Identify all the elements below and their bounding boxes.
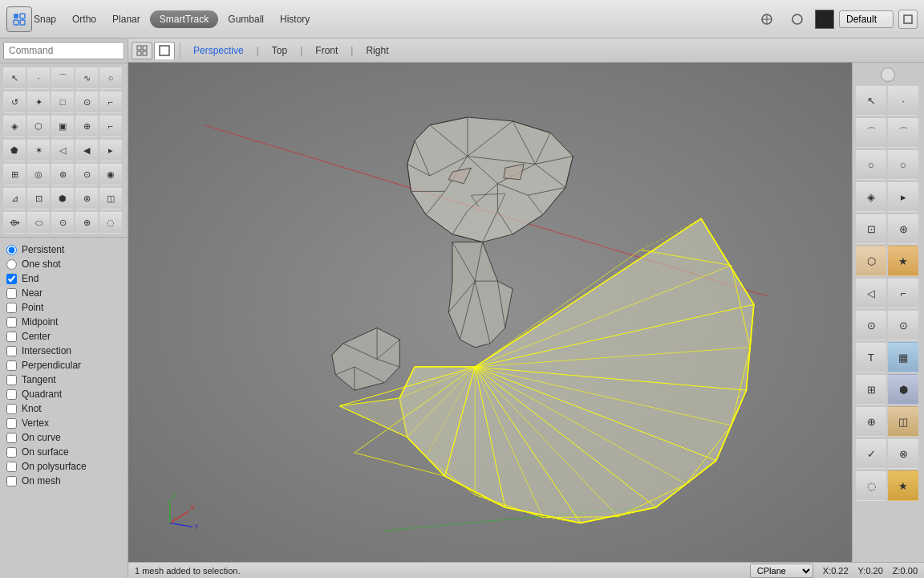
right-star-tool[interactable]: ⊛ [888, 214, 918, 244]
right-analyze-tool[interactable]: ⊙ [856, 310, 886, 340]
snap-center[interactable]: Center [6, 329, 121, 344]
right-worksession-tool[interactable]: ◌ [856, 470, 886, 501]
cursor-icon[interactable] [784, 6, 810, 32]
gumball-button[interactable]: Gumball [221, 10, 270, 28]
cplane-dropdown[interactable]: CPlane World [750, 564, 813, 578]
rotate-tool[interactable]: ▸ [99, 139, 122, 161]
snap-on-polysurface[interactable]: On polysurface [6, 459, 121, 474]
history-tool[interactable]: ⊕ [75, 211, 98, 234]
select-tool[interactable]: ↖ [3, 67, 26, 89]
snap-quadrant[interactable]: Quadrant [6, 387, 121, 401]
snap-point[interactable]: Point [6, 300, 121, 315]
right-cage-tool[interactable]: ⬢ [888, 374, 918, 405]
maximize-button[interactable] [898, 10, 918, 29]
move-tool[interactable]: ◁ [51, 139, 74, 161]
right-circle2-tool[interactable]: ○ [888, 149, 918, 180]
analyze-tool[interactable]: ⊙ [75, 163, 98, 185]
right-grid-tool[interactable]: ⊡ [856, 214, 886, 244]
curve2-tool[interactable]: ∿ [75, 67, 98, 89]
right-point-tool[interactable]: · [888, 85, 918, 116]
right-arrow-tool[interactable]: ▸ [888, 181, 918, 212]
right-mesh-tool[interactable]: ⊕ [856, 406, 886, 437]
draft-tool[interactable]: ⊿ [3, 187, 26, 210]
extrude-tool[interactable]: ⌐ [99, 115, 122, 137]
scene-svg: X Y Z [128, 63, 852, 562]
mirror-tool[interactable]: ◎ [27, 163, 50, 185]
right-box-tool[interactable]: ⬡ [856, 246, 886, 276]
star-tool[interactable]: ✦ [27, 91, 50, 113]
right-surface-tool[interactable]: ◈ [856, 181, 886, 212]
trim-tool[interactable]: ⌐ [99, 91, 122, 113]
point-tool[interactable]: · [27, 67, 50, 89]
right-settings-tool[interactable]: ⊗ [888, 438, 918, 469]
freeform-tool[interactable]: ↺ [3, 91, 26, 113]
left-sidebar: ↖ · ⌒ ∿ ○ ↺ ✦ □ ⊙ ⌐ ◈ ⬡ ▣ ⊕ ⌐ ⬟ ✶ ◁ ◀ ▸ … [0, 39, 128, 578]
help-tool[interactable]: ◌ [99, 211, 122, 234]
right-extrude-tool[interactable]: ★ [888, 246, 918, 276]
blend-tool[interactable]: ✶ [27, 139, 50, 161]
snap-on-surface[interactable]: On surface [6, 445, 121, 459]
snap-persistent[interactable]: Persistent [6, 242, 121, 257]
group-tool[interactable]: ⊡ [27, 187, 50, 210]
right-text-tool[interactable]: T [856, 342, 886, 372]
curve-tool[interactable]: ⌒ [51, 67, 74, 89]
layer-dropdown[interactable]: Default [839, 10, 894, 28]
dim-tool[interactable]: ◉ [99, 163, 122, 185]
right-light-tool[interactable]: ★ [888, 470, 918, 501]
viewport-canvas[interactable]: Perspective [128, 63, 852, 562]
light-tool[interactable]: ⟴ [3, 211, 26, 234]
snap-end[interactable]: End [6, 271, 121, 286]
fillet-tool[interactable]: ⬟ [3, 139, 26, 161]
right-circle-tool[interactable]: ○ [856, 149, 886, 180]
tab-perspective[interactable]: Perspective [185, 43, 252, 59]
snap-near[interactable]: Near [6, 286, 121, 300]
scale-tool[interactable]: ⊛ [51, 163, 74, 185]
right-hatch-tool[interactable]: ▦ [888, 342, 918, 372]
mesh-tool[interactable]: ⊕ [75, 115, 98, 137]
snap-vertex[interactable]: Vertex [6, 416, 121, 430]
tab-icon-single[interactable] [154, 42, 175, 59]
surface-tool[interactable]: ◈ [3, 115, 26, 137]
camera-tool[interactable]: ⬭ [27, 211, 50, 234]
right-block-tool[interactable]: ⊞ [856, 374, 886, 405]
rect-tool[interactable]: □ [51, 91, 74, 113]
array-tool[interactable]: ⊞ [3, 163, 26, 185]
layer-tool[interactable]: ⬢ [51, 187, 74, 210]
tab-right[interactable]: Right [358, 43, 396, 59]
hex-tool[interactable]: ⬡ [27, 115, 50, 137]
planar-button[interactable]: Planar [106, 10, 147, 28]
tab-top[interactable]: Top [264, 43, 295, 59]
right-move-tool[interactable]: ◁ [856, 278, 886, 308]
snap-perpendicular[interactable]: Perpendicular [6, 358, 121, 372]
snap-intersection[interactable]: Intersection [6, 344, 121, 358]
right-curve2-tool[interactable]: ⌒ [888, 117, 918, 148]
history-button[interactable]: History [274, 10, 316, 28]
right-check-tool[interactable]: ✓ [856, 438, 886, 469]
pan-icon[interactable] [754, 6, 780, 32]
right-select-tool[interactable]: ↖ [856, 85, 886, 116]
solid-tool[interactable]: ▣ [51, 115, 74, 137]
right-fillet-tool[interactable]: ⌐ [888, 278, 918, 308]
ortho-button[interactable]: Ortho [66, 10, 103, 28]
tab-front[interactable]: Front [307, 43, 346, 59]
lock-tool[interactable]: ⊗ [75, 187, 98, 210]
osnap-tool[interactable]: ⊙ [51, 211, 74, 234]
render-tool[interactable]: ◫ [99, 187, 122, 210]
snap-midpoint[interactable]: Midpoint [6, 315, 121, 329]
right-dim-tool[interactable]: ⊙ [888, 310, 918, 340]
circle-tool[interactable]: ○ [99, 67, 122, 89]
copy-tool[interactable]: ◀ [75, 139, 98, 161]
right-curve-tool[interactable]: ⌒ [856, 117, 886, 148]
ellipse-tool[interactable]: ⊙ [75, 91, 98, 113]
app-icon[interactable] [6, 6, 32, 32]
color-swatch[interactable] [815, 10, 834, 29]
snap-on-curve[interactable]: On curve [6, 430, 121, 445]
right-render-tool[interactable]: ◫ [888, 406, 918, 437]
snap-tangent[interactable]: Tangent [6, 372, 121, 387]
snap-oneshot[interactable]: One shot [6, 257, 121, 271]
tab-icon-layout[interactable] [132, 42, 152, 59]
snap-knot[interactable]: Knot [6, 401, 121, 416]
command-input[interactable] [3, 42, 124, 59]
smarttrack-button[interactable]: SmartTrack [150, 10, 219, 28]
snap-on-mesh[interactable]: On mesh [6, 474, 121, 488]
